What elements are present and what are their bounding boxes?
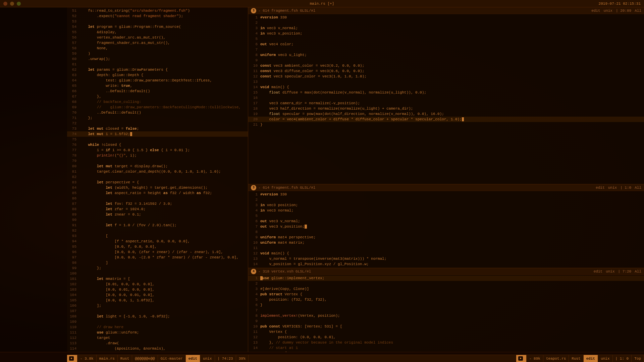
pane-mode: edit bbox=[594, 269, 602, 274]
code-line: 52 .expect("cannot read fragment shader"… bbox=[67, 13, 248, 19]
code-line: 67 }, bbox=[67, 94, 248, 99]
pane-badge: 3 bbox=[251, 185, 256, 190]
status-circle-indicator: ● bbox=[69, 356, 74, 361]
pane-encoding: unix bbox=[608, 186, 617, 190]
code-line: 97 [0.0, 0.0, -(2.0 * zfar * znear) / (z… bbox=[67, 255, 248, 260]
code-line: 77 i = if i >= 6.0 { 1.5 } else { i + 0.… bbox=[67, 147, 248, 153]
pane-lines-count: - 614 bbox=[258, 9, 269, 13]
code-line: 9 bbox=[248, 318, 644, 324]
pane-language: GLSL/#l bbox=[300, 186, 315, 190]
status-right-encoding: unix bbox=[598, 355, 612, 362]
status-right-circle: ● bbox=[518, 356, 523, 361]
code-line: 4in vec3 normal; bbox=[248, 208, 644, 213]
code-line-active: 1 use glium::implement_vertex; bbox=[248, 276, 644, 281]
status-left-mode: edit bbox=[186, 355, 200, 362]
pane-position: | 1:0 bbox=[620, 186, 631, 190]
code-line: 6} bbox=[248, 302, 644, 308]
status-left-encoding: unix bbox=[200, 355, 215, 362]
code-line: 9uniform mat4 perspective; bbox=[248, 235, 644, 240]
minimize-button[interactable] bbox=[10, 2, 14, 6]
code-line: 94 [f * aspect_ratio, 0.0, 0.0, 0.0], bbox=[67, 239, 248, 244]
code-line: 2 bbox=[248, 197, 644, 202]
code-line: 115 &indices, bbox=[67, 351, 248, 352]
pane-position: | 20:89 bbox=[616, 9, 631, 13]
code-area-vertex[interactable]: 1#version 330 2 3in vec3 position; 4in v… bbox=[248, 191, 644, 268]
code-line: 12 position: (0.0, 0.0, 0.0), bbox=[248, 335, 644, 340]
code-line-active: 20 color = vec4(ambient_color + diffuse … bbox=[248, 117, 644, 122]
code-line: 4in vec3 v_position; bbox=[248, 31, 644, 36]
code-line: 100 bbox=[67, 271, 248, 276]
pane-language: GLSL/#l bbox=[300, 9, 315, 13]
code-line: 13 v_normal = transpose(inverse(mat3(mat… bbox=[248, 256, 644, 261]
code-line: 88 let zfar = 1024.0; bbox=[67, 206, 248, 212]
code-line: 21} bbox=[248, 122, 644, 127]
code-line: 2 bbox=[248, 20, 644, 25]
pane-mode: edit bbox=[596, 186, 604, 190]
code-area-teapot[interactable]: 1 use glium::implement_vertex; 2 3#[deri… bbox=[248, 275, 644, 352]
status-left-branch: Git-master bbox=[158, 355, 186, 362]
code-line: 87 let fov: f32 = 3.141592 / 3.0; bbox=[67, 201, 248, 206]
code-line: 78 println!("{}", i); bbox=[67, 153, 248, 158]
statusbar: ● - 3.8k main.rs Rust @@@@@@e@@ Git-mast… bbox=[67, 355, 644, 362]
code-line: 103 [0.0, 0.01, 0.0, 0.0], bbox=[67, 287, 248, 292]
status-left-indicators: @@@@@@e@@ bbox=[132, 355, 158, 362]
code-line: 6out vec3 v_normal; bbox=[248, 219, 644, 224]
pane-language: GLSL/#l bbox=[296, 269, 311, 274]
code-line: 71 }; bbox=[67, 115, 248, 121]
code-line: 1#version 330 bbox=[248, 15, 644, 20]
status-right-lines: - 89k bbox=[527, 355, 543, 362]
pane-header-teapot: 4 - 318 vertex.vsh GLSL/#l edit unix | 7… bbox=[248, 268, 644, 275]
code-line: 6out vec4 color; bbox=[248, 42, 644, 47]
code-line: 1#version 330 bbox=[248, 192, 644, 197]
code-line: 8implement_vertex!(Vertex, position); bbox=[248, 313, 644, 318]
code-line: 93 [ bbox=[67, 233, 248, 239]
close-button[interactable] bbox=[3, 2, 7, 6]
pane-mode: edit bbox=[591, 9, 600, 13]
code-line: 7 bbox=[248, 47, 644, 52]
status-left-lines: - 3.8k bbox=[77, 355, 97, 362]
code-line: 5 bbox=[248, 36, 644, 42]
code-line: 95 [0.0, f, 0.0, 0.0], bbox=[67, 244, 248, 249]
code-line: 15 float diffuse = max(dot(normalize(v_n… bbox=[248, 90, 644, 95]
code-line: 4pub struct Vertex { bbox=[248, 292, 644, 297]
pane-filename: fragment.fsh bbox=[271, 186, 298, 190]
code-line: 16 bbox=[248, 95, 644, 101]
pane-encoding: unix bbox=[606, 269, 614, 274]
code-line: 51 fs::read_to_string("src/shaders/fragm… bbox=[67, 8, 248, 13]
code-line: 56 vertex_shader_src.as_mut_str(), bbox=[67, 35, 248, 40]
code-line: 61 bbox=[67, 62, 248, 67]
code-area-fragment-top[interactable]: 1#version 330 2 3in vec3 v_normal; 4in v… bbox=[248, 14, 644, 128]
code-line: 82 bbox=[67, 174, 248, 180]
pane-all: All bbox=[635, 269, 641, 274]
code-line: 75 bbox=[67, 137, 248, 142]
status-right-scroll: Top bbox=[632, 355, 644, 362]
pane-all: All bbox=[635, 186, 641, 190]
maximize-button[interactable] bbox=[17, 2, 21, 6]
code-line: 12const vec3 specular_color = vec3(1.0, … bbox=[248, 74, 644, 79]
code-line: 106 ]; bbox=[67, 303, 248, 308]
right-bottom-pane: 4 - 318 vertex.vsh GLSL/#l edit unix | 7… bbox=[248, 268, 644, 352]
code-line: 8 bbox=[248, 229, 644, 235]
code-line: 59 ) bbox=[67, 51, 248, 56]
code-line: 10const vec3 ambient_color = vec3(0.2, 0… bbox=[248, 63, 644, 68]
code-line: 84 let (width, height) = target.get_dime… bbox=[67, 185, 248, 190]
status-right-filename: teapot.rs bbox=[543, 355, 569, 362]
code-line: 7 bbox=[248, 308, 644, 313]
code-line: 19 float specular = pow(max(dot(half_dir… bbox=[248, 111, 644, 117]
code-line: 11 Vertex { bbox=[248, 329, 644, 335]
code-line: 12void main() { bbox=[248, 251, 644, 256]
code-line: 113 .draw( bbox=[67, 341, 248, 346]
code-line: 10uniform mat4 matrix; bbox=[248, 240, 644, 245]
code-line: 72 bbox=[67, 121, 248, 126]
code-line: 108 let light = [-1.0, 1.0, -0.9f32]; bbox=[67, 314, 248, 319]
code-line: 5 position: (f32, f32, f32), bbox=[248, 297, 644, 302]
code-line: 86 bbox=[67, 196, 248, 201]
pane-header-fragment-top: 3 - 614 fragment.fsh GLSL/#l edit unix |… bbox=[248, 7, 644, 14]
code-area-main[interactable]: 51 fs::read_to_string("src/shaders/fragm… bbox=[67, 7, 248, 352]
code-line: 58 None, bbox=[67, 46, 248, 51]
code-line: 114 (&positions, &normals), bbox=[67, 346, 248, 351]
code-line: 89 let znear = 0.1; bbox=[67, 212, 248, 217]
code-line: 2 bbox=[248, 281, 644, 286]
code-line: 62 let params = glium::DrawParameters { bbox=[67, 67, 248, 72]
code-line: 14 // start at 1 bbox=[248, 345, 644, 351]
